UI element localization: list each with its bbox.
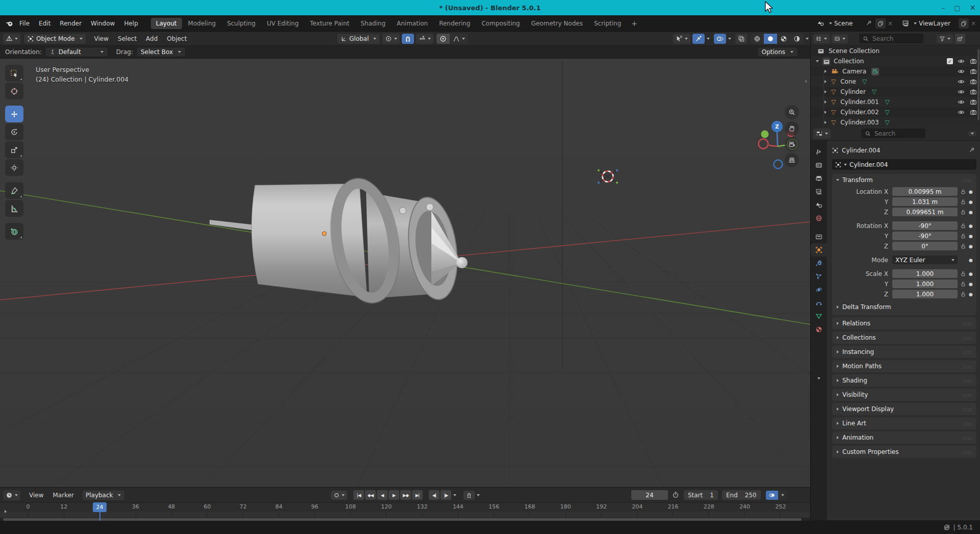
tab-scene[interactable] <box>811 198 827 212</box>
lock-icon[interactable] <box>960 189 967 195</box>
rotation-z-field[interactable]: 0° <box>892 242 958 250</box>
animate-dot[interactable]: ● <box>967 210 974 215</box>
hide-eye-icon[interactable] <box>958 88 965 96</box>
tab-object[interactable] <box>811 243 827 257</box>
snap-options-caret[interactable] <box>477 494 480 496</box>
channel-expand-caret[interactable] <box>5 510 7 513</box>
outliner-row-cylinder-001[interactable]: ▽ Cylinder.001 ▽ <box>811 97 980 107</box>
rotation-mode-dropdown[interactable]: XYZ Euler <box>892 256 958 264</box>
mesh-data-icon[interactable]: ▽ <box>885 119 890 126</box>
expand-caret[interactable] <box>824 111 827 114</box>
sidebar-toggle-chevron[interactable]: ‹ <box>805 77 807 85</box>
shading-wireframe-button[interactable] <box>751 34 764 44</box>
workspace-tab-layout[interactable]: Layout <box>151 18 182 29</box>
orientation-setting-dropdown[interactable]: Default <box>45 47 108 57</box>
tab-world[interactable] <box>811 212 827 225</box>
lock-icon[interactable] <box>960 281 967 287</box>
collapse-caret[interactable] <box>816 60 819 62</box>
new-view-layer-button[interactable] <box>959 18 969 29</box>
menu-edit[interactable]: Edit <box>34 18 55 29</box>
drag-setting-dropdown[interactable]: Select Box <box>136 47 186 57</box>
lock-icon[interactable] <box>960 223 967 229</box>
hide-eye-icon[interactable] <box>958 68 965 75</box>
tool-scale[interactable] <box>5 141 23 158</box>
editor-type-button[interactable] <box>3 34 20 44</box>
workspace-tab-texture-paint[interactable]: Texture Paint <box>305 18 354 29</box>
outliner-row-scene-collection[interactable]: Scene Collection <box>811 46 980 56</box>
timeline-editor-type-button[interactable] <box>3 490 20 500</box>
scale-x-field[interactable]: 1.000 <box>892 269 958 278</box>
properties-editor-type-button[interactable] <box>813 129 831 139</box>
panel-viewport-display[interactable]: Viewport Display:::: <box>832 403 976 415</box>
mesh-data-icon[interactable]: ▽ <box>862 78 867 85</box>
workspace-tab-shading[interactable]: Shading <box>355 18 391 29</box>
tool-select-box[interactable] <box>5 65 23 82</box>
panel-collections[interactable]: Collections:::: <box>832 332 976 344</box>
remove-view-layer-button[interactable]: × <box>971 20 976 27</box>
tab-constraints[interactable] <box>811 296 827 310</box>
expand-caret[interactable] <box>824 80 827 83</box>
view-layer-icon[interactable] <box>902 20 910 28</box>
maximize-button[interactable]: ▢ <box>954 4 960 12</box>
camera-data-icon[interactable] <box>871 68 879 75</box>
snap-settings-dropdown[interactable] <box>416 34 433 44</box>
workspace-tab-geometry-nodes[interactable]: Geometry Nodes <box>526 18 588 29</box>
delete-scene-button[interactable]: × <box>888 20 893 27</box>
animate-dot[interactable]: ● <box>967 292 974 297</box>
keying-set-button[interactable] <box>331 491 347 500</box>
render-visibility-icon[interactable] <box>970 78 977 86</box>
tool-rotate[interactable] <box>5 123 23 140</box>
animate-dot[interactable]: ● <box>967 199 974 205</box>
panel-shading[interactable]: Shading:::: <box>832 374 976 387</box>
lock-icon[interactable] <box>960 199 967 205</box>
menu-file[interactable]: File <box>15 18 34 29</box>
outliner-row-cylinder-003[interactable]: ▽ Cylinder.003 ▽ <box>811 117 980 126</box>
xray-toggle[interactable] <box>735 34 747 44</box>
frame-end-field[interactable]: End 250 <box>722 490 761 500</box>
close-button[interactable]: × <box>969 3 976 12</box>
outliner-search[interactable] <box>859 34 923 43</box>
menu-render[interactable]: Render <box>55 18 86 29</box>
tab-object-data[interactable] <box>811 310 827 323</box>
add-workspace-button[interactable]: + <box>627 18 641 29</box>
tab-output[interactable] <box>811 172 827 185</box>
scene-icon[interactable] <box>817 20 825 28</box>
menu-object[interactable]: Object <box>162 34 191 44</box>
tab-view-layer[interactable] <box>811 185 827 198</box>
lock-icon[interactable] <box>960 243 967 249</box>
tool-add-primitive[interactable] <box>5 223 23 240</box>
mesh-data-icon[interactable]: ▽ <box>872 88 876 95</box>
scene-browse-caret[interactable] <box>829 22 832 24</box>
tabs-overflow-caret[interactable] <box>811 372 827 385</box>
panel-line-art[interactable]: Line Art:::: <box>832 417 976 429</box>
pin-scene-icon[interactable] <box>866 20 873 28</box>
tool-measure[interactable] <box>5 200 23 217</box>
shading-rendered-button[interactable] <box>790 34 804 44</box>
tab-particles[interactable] <box>811 270 827 283</box>
use-preview-range-icon[interactable] <box>672 491 680 499</box>
shading-dropdown-caret[interactable] <box>806 38 809 40</box>
workspace-tab-modeling[interactable]: Modeling <box>183 18 221 29</box>
outliner-filter-display-dropdown[interactable] <box>832 34 848 43</box>
new-collection-button[interactable] <box>955 34 965 44</box>
pin-id-icon[interactable] <box>969 147 976 155</box>
render-visibility-icon[interactable] <box>970 98 977 106</box>
outliner-filter-dropdown[interactable] <box>937 34 953 43</box>
timeline-snap-button[interactable] <box>463 491 475 500</box>
toggle-orthographic-button[interactable] <box>785 153 799 167</box>
expand-caret[interactable] <box>824 100 827 104</box>
lock-icon[interactable] <box>960 233 967 239</box>
tool-cursor[interactable] <box>5 83 23 99</box>
animate-dot[interactable]: ● <box>967 223 974 228</box>
next-keyframe-button[interactable]: ▶◆ <box>400 490 411 500</box>
pan-viewport-button[interactable] <box>785 121 799 136</box>
object-name-field[interactable]: Cylinder.004 <box>832 159 976 170</box>
exclude-checkbox[interactable]: ✓ <box>947 58 953 64</box>
play-button[interactable]: ▶ <box>389 490 399 500</box>
viewport-3d[interactable]: Z User Perspective (24) Collection | Cyl… <box>0 59 810 487</box>
view-layer-name[interactable]: ViewLayer <box>919 20 957 27</box>
tab-modifiers[interactable] <box>811 257 827 270</box>
sync-options-dropdown[interactable] <box>778 491 787 500</box>
menu-view[interactable]: View <box>90 34 113 44</box>
location-z-field[interactable]: 0.099651 m <box>892 208 958 216</box>
